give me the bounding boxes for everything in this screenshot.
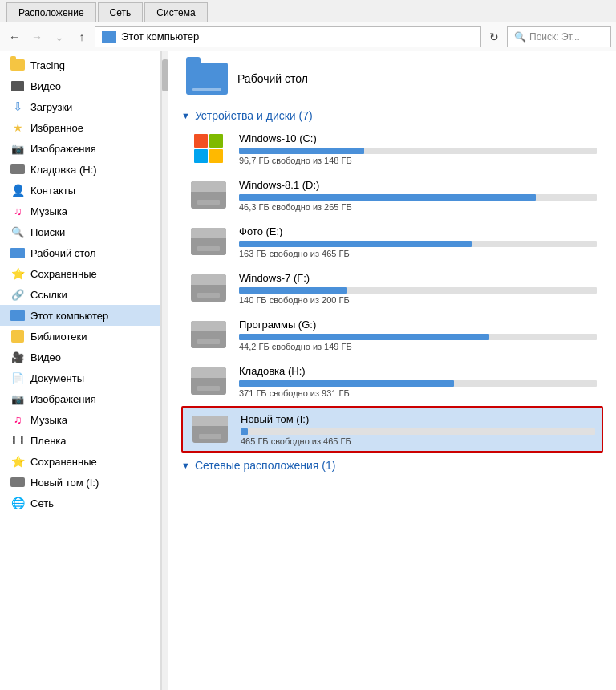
progress-fill-h [239, 380, 454, 387]
tab-system[interactable]: Система [144, 2, 207, 22]
desktop-row[interactable]: Рабочий стол [181, 59, 603, 98]
progress-fill-i [241, 428, 248, 435]
sidebar-item-network[interactable]: 🌐 Сеть [0, 493, 160, 513]
sidebar-label: Изображения [30, 143, 96, 155]
drive-space-i: 465 ГБ свободно из 465 ГБ [241, 436, 595, 446]
music-icon: ♫ [10, 205, 26, 217]
drive-icon-wrap-i [189, 412, 231, 446]
computer-icon-small [102, 31, 116, 43]
sidebar-item-video2[interactable]: 🎥 Видео [0, 347, 160, 367]
drive-info-c: Windows-10 (C:) 96,7 ГБ свободно из 148 … [239, 132, 597, 165]
refresh-button[interactable]: ↻ [484, 27, 504, 47]
scrollbar-thumb [162, 59, 168, 91]
drive-icon-wrap-g [188, 318, 229, 351]
sidebar-label: Видео [30, 351, 61, 363]
sidebar-item-images2[interactable]: 📷 Изображения [0, 388, 160, 409]
drive-item-c[interactable]: Windows-10 (C:) 96,7 ГБ свободно из 148 … [181, 127, 603, 170]
drive-name-e: Фото (E:) [239, 225, 597, 237]
sidebar-label: Библиотеки [30, 331, 87, 343]
sidebar-item-libraries[interactable]: Библиотеки [0, 326, 160, 347]
content-area: Рабочий стол ▼ Устройства и диски (7) [168, 51, 616, 690]
sidebar-label: Документы [30, 372, 84, 384]
drive-icon-wrap-d [188, 178, 229, 212]
drive-name-g: Программы (G:) [239, 319, 597, 331]
drive-icon-wrap-f [188, 271, 229, 305]
star-icon: ★ [10, 121, 26, 134]
search-icon: 🔍 [514, 31, 526, 43]
sidebar: Tracing Видео ⇩ Загрузки ★ Избранное 📷 И… [0, 51, 161, 690]
disk-icon-i [192, 416, 228, 443]
sidebar-item-links[interactable]: 🔗 Ссылки [0, 284, 160, 305]
progress-i [241, 428, 595, 435]
drive-item-i[interactable]: Новый том (I:) 465 ГБ свободно из 465 ГБ… [181, 406, 603, 453]
sidebar-item-music[interactable]: ♫ Музыка [0, 201, 160, 221]
drive-item-h[interactable]: Кладовка (H:) 371 ГБ свободно из 931 ГБ [181, 359, 603, 403]
contacts-icon: 👤 [10, 184, 26, 197]
sidebar-label: Музыка [30, 414, 67, 426]
sidebar-item-noviy-tom[interactable]: Новый том (I:) [0, 472, 160, 493]
drive-name-d: Windows-8.1 (D:) [239, 179, 597, 191]
tape-icon: 🎞 [10, 434, 26, 447]
sidebar-item-plenka[interactable]: 🎞 Пленка [0, 430, 160, 451]
drive-item-e[interactable]: Фото (E:) 163 ГБ свободно из 465 ГБ [181, 220, 603, 263]
drive-space-g: 44,2 ГБ свободно из 149 ГБ [239, 342, 597, 351]
drive-icon-wrap-e [188, 225, 229, 258]
saved2-icon: ⭐ [10, 455, 26, 468]
drive-info-i: Новый том (I:) 465 ГБ свободно из 465 ГБ [241, 413, 595, 446]
drive-info-g: Программы (G:) 44,2 ГБ свободно из 149 Г… [239, 319, 597, 351]
disk-icon-d [191, 181, 226, 209]
drive-space-f: 140 ГБ свободно из 200 ГБ [239, 295, 597, 305]
drive-space-d: 46,3 ГБ свободно из 265 ГБ [239, 202, 597, 212]
hdd-icon [10, 163, 26, 176]
sidebar-scrollbar[interactable] [161, 51, 168, 690]
sidebar-item-favorites[interactable]: ★ Избранное [0, 117, 160, 138]
sidebar-item-saved2[interactable]: ⭐ Сохраненные [0, 451, 160, 472]
back-button[interactable]: ← [5, 27, 24, 47]
up-button[interactable]: ⌄ [50, 27, 69, 47]
sidebar-label: Избранное [30, 122, 83, 134]
sidebar-item-music2[interactable]: ♫ Музыка [0, 409, 160, 430]
tab-location[interactable]: Расположение [6, 2, 96, 22]
up-dir-button[interactable]: ↑ [72, 27, 91, 47]
forward-button[interactable]: → [27, 27, 47, 47]
progress-c [239, 148, 597, 154]
sidebar-label: Сохраненные [30, 456, 97, 468]
network-section-label: Сетевые расположения (1) [195, 459, 336, 472]
sidebar-item-desktop[interactable]: Рабочий стол [0, 242, 160, 263]
devices-section: ▼ Устройства и диски (7) Window [181, 109, 603, 453]
disk-icon-f [191, 274, 226, 302]
progress-fill-c [239, 148, 364, 154]
sidebar-item-thispc[interactable]: Этот компьютер [0, 305, 160, 326]
sidebar-item-images[interactable]: 📷 Изображения [0, 138, 160, 159]
disk-icon-g [191, 321, 226, 348]
sidebar-label: Загрузки [30, 101, 72, 113]
sidebar-label: Пленка [30, 435, 67, 447]
chevron-down-icon2: ▼ [181, 461, 190, 470]
sidebar-item-downloads[interactable]: ⇩ Загрузки [0, 96, 160, 117]
drive-item-f[interactable]: Windows-7 (F:) 140 ГБ свободно из 200 ГБ [181, 266, 603, 310]
tab-network[interactable]: Сеть [98, 2, 144, 22]
search-box[interactable]: 🔍 Поиск: Эт... [507, 26, 611, 47]
sidebar-item-saved1[interactable]: ⭐ Сохраненные [0, 263, 160, 284]
sidebar-wrapper: Tracing Видео ⇩ Загрузки ★ Избранное 📷 И… [0, 51, 168, 690]
saved-icon: ⭐ [10, 267, 26, 280]
sidebar-label: Поиски [30, 226, 65, 238]
sidebar-item-docs[interactable]: 📄 Документы [0, 367, 160, 388]
progress-d [239, 194, 597, 201]
drive-item-g[interactable]: Программы (G:) 44,2 ГБ свободно из 149 Г… [181, 313, 603, 356]
drive-name-h: Кладовка (H:) [239, 365, 597, 377]
network-section-header[interactable]: ▼ Сетевые расположения (1) [181, 459, 603, 472]
devices-section-header[interactable]: ▼ Устройства и диски (7) [181, 109, 603, 122]
sidebar-item-searches[interactable]: 🔍 Поиски [0, 221, 160, 242]
sidebar-label: Сеть [30, 497, 54, 509]
progress-f [239, 287, 597, 294]
sidebar-item-kladovka[interactable]: Кладовка (H:) [0, 159, 160, 180]
tabs-bar: Расположение Сеть Система [0, 0, 616, 22]
address-path[interactable]: Этот компьютер [95, 26, 481, 47]
sidebar-item-video1[interactable]: Видео [0, 75, 160, 96]
devices-section-label: Устройства и диски (7) [195, 109, 313, 122]
sidebar-item-contacts[interactable]: 👤 Контакты [0, 180, 160, 201]
drive-item-d[interactable]: Windows-8.1 (D:) 46,3 ГБ свободно из 265… [181, 173, 603, 217]
sidebar-label: Сохраненные [30, 268, 97, 280]
sidebar-item-tracing[interactable]: Tracing [0, 55, 160, 75]
